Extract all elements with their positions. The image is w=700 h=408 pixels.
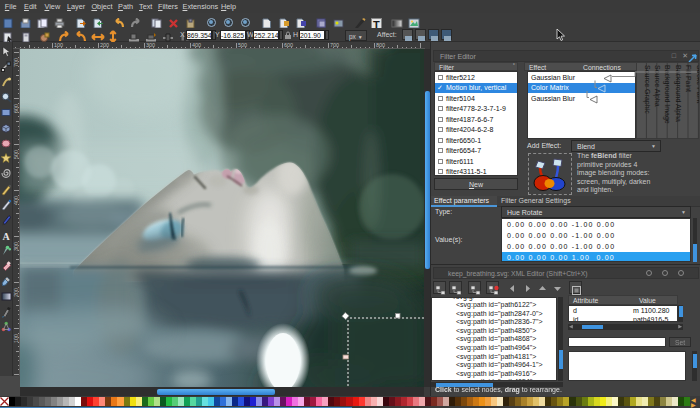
svg-text:Fill Paint: Fill Paint: [685, 65, 692, 92]
svg-text:Stroke Paint: Stroke Paint: [696, 65, 700, 103]
svg-text:Background Image: Background Image: [663, 65, 671, 124]
svg-text:A: A: [3, 230, 11, 241]
svg-text:Source Alpha: Source Alpha: [653, 65, 661, 107]
svg-text:Source Graphic: Source Graphic: [643, 65, 651, 114]
svg-text:Background Alpha: Background Alpha: [674, 65, 682, 122]
